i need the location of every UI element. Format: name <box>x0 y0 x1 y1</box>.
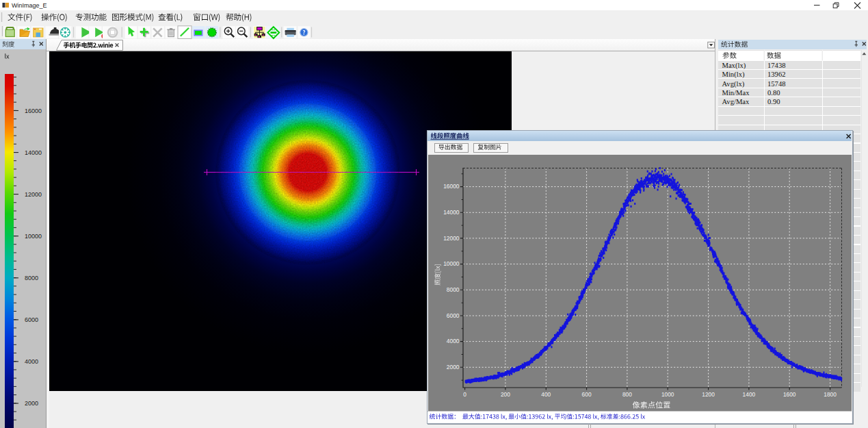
svg-text:0.80: 0.80 <box>767 89 780 97</box>
svg-text:WinImage_E: WinImage_E <box>12 2 47 9</box>
svg-text:12000: 12000 <box>25 191 42 198</box>
svg-text:8000: 8000 <box>447 286 460 293</box>
svg-text:2000: 2000 <box>447 364 460 370</box>
svg-text:0.90: 0.90 <box>767 98 780 105</box>
svg-text:0: 0 <box>463 391 466 398</box>
svg-text:14000: 14000 <box>25 149 42 156</box>
svg-text:600: 600 <box>582 391 592 398</box>
svg-text:6000: 6000 <box>447 312 460 319</box>
svg-text:1000: 1000 <box>661 391 674 398</box>
svg-text:400: 400 <box>541 391 551 398</box>
svg-text:Min/Max: Min/Max <box>722 89 750 97</box>
svg-text:13962: 13962 <box>767 71 785 78</box>
svg-text:4000: 4000 <box>25 358 38 365</box>
svg-text:17438: 17438 <box>767 62 785 69</box>
svg-text:1800: 1800 <box>824 391 837 398</box>
svg-text:Max(lx): Max(lx) <box>722 62 746 70</box>
svg-text:10000: 10000 <box>25 233 42 240</box>
svg-text:16000: 16000 <box>25 108 42 114</box>
svg-text:15748: 15748 <box>767 80 785 88</box>
svg-text:10000: 10000 <box>443 260 460 267</box>
svg-text:16000: 16000 <box>443 183 460 190</box>
svg-text:12000: 12000 <box>443 235 460 242</box>
svg-text:1600: 1600 <box>783 391 796 398</box>
svg-text:1400: 1400 <box>743 391 756 398</box>
svg-text:200: 200 <box>501 391 510 398</box>
svg-text:Min(lx): Min(lx) <box>722 71 745 79</box>
svg-text:Avg/Max: Avg/Max <box>722 98 750 105</box>
svg-text:2000: 2000 <box>25 400 38 407</box>
svg-text:14000: 14000 <box>443 209 460 216</box>
svg-text:4000: 4000 <box>447 338 460 344</box>
svg-text:6000: 6000 <box>25 316 38 323</box>
svg-text:1200: 1200 <box>702 391 715 398</box>
svg-text:8000: 8000 <box>25 275 38 281</box>
svg-text:Avg(lx): Avg(lx) <box>722 80 745 88</box>
svg-text:800: 800 <box>622 391 632 398</box>
